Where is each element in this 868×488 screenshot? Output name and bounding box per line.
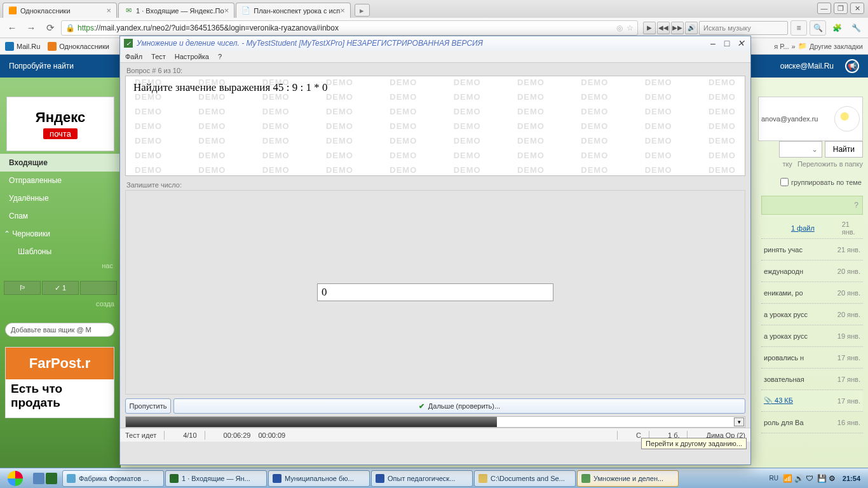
- tray-icon[interactable]: 💾: [817, 474, 826, 483]
- next-button[interactable]: ✔Дальше (проверить)...: [173, 398, 745, 414]
- tray-icon[interactable]: 🔊: [794, 474, 803, 483]
- bookmark-item[interactable]: Mail.Ru: [5, 42, 40, 51]
- tray-icon[interactable]: 📶: [783, 474, 792, 483]
- quick-launch-icon[interactable]: [46, 473, 57, 484]
- extension-icon[interactable]: 🧩: [829, 20, 845, 36]
- ad-brand: FarPost.r: [6, 348, 114, 379]
- folder-sent[interactable]: Отправленные: [0, 172, 121, 189]
- search-icon[interactable]: 🔍: [810, 20, 826, 36]
- folder-inbox[interactable]: Входящие: [0, 154, 121, 172]
- prev-track-icon[interactable]: ◀◀: [657, 22, 670, 34]
- yandex-logo: Яндекс: [36, 109, 85, 126]
- list-item[interactable]: ринять учас21 янв.: [761, 239, 863, 261]
- list-item[interactable]: ировались н17 янв.: [761, 347, 863, 369]
- windows-logo-icon: [8, 471, 23, 486]
- browser-tab[interactable]: ✉ 1 · Входящие — Яндекс.По ×: [118, 3, 234, 18]
- ad-farpost[interactable]: FarPost.r Есть что продать: [5, 347, 114, 418]
- tray-icon[interactable]: ⚙: [829, 474, 837, 483]
- clock[interactable]: 21:54: [840, 475, 863, 482]
- list-item[interactable]: а уроках русс19 янв.: [761, 325, 863, 347]
- window-title-bar[interactable]: ✓ Умножение и деление чисел. - MyTestStu…: [120, 36, 750, 50]
- add-mailbox-button[interactable]: Добавьте ваш ящик @ М: [5, 323, 114, 337]
- taskbar-item[interactable]: Умножение и делен...: [577, 470, 679, 487]
- menu-file[interactable]: Файл: [125, 53, 142, 60]
- bookmark-item[interactable]: Одноклассники: [48, 42, 109, 51]
- flag-button[interactable]: 🏳: [4, 281, 41, 295]
- back-button[interactable]: ←: [4, 20, 20, 36]
- folder-drafts[interactable]: ⌃ Черновики: [0, 225, 121, 243]
- sidebar-buttons: 🏳 ✓ 1: [4, 281, 117, 295]
- answer-input[interactable]: [317, 283, 553, 301]
- banner-mail-link[interactable]: оиске@Mail.Ru: [780, 62, 834, 71]
- list-item[interactable]: роль для Ва16 янв.: [761, 412, 863, 433]
- folder-templates[interactable]: Шаблоны: [0, 243, 121, 261]
- menu-icon[interactable]: ≡: [790, 20, 807, 36]
- next-track-icon[interactable]: ▶▶: [671, 22, 684, 34]
- skip-button[interactable]: Пропустить: [125, 398, 171, 414]
- taskbar-item[interactable]: Муниципальное бю...: [268, 470, 370, 487]
- taskbar-item[interactable]: Фабрика Форматов ...: [62, 470, 164, 487]
- browser-tab[interactable]: 🟧 Одноклассники ×: [3, 3, 117, 18]
- close-icon[interactable]: ×: [106, 6, 111, 15]
- chevron-right-icon[interactable]: »: [792, 43, 796, 50]
- search-button[interactable]: Найти: [825, 141, 863, 158]
- music-search-input[interactable]: Искать музыку: [699, 21, 788, 35]
- list-item[interactable]: 1 файл21 янв.: [761, 217, 863, 239]
- close-icon[interactable]: ✕: [850, 3, 864, 14]
- close-icon[interactable]: ✕: [735, 38, 747, 48]
- start-button[interactable]: [3, 470, 28, 487]
- announce-icon[interactable]: 📢: [845, 59, 859, 73]
- list-item[interactable]: еждународн20 янв.: [761, 261, 863, 282]
- message-list: ? 1 файл21 янв. ринять учас21 янв. еждун…: [761, 196, 863, 433]
- other-bookmarks[interactable]: Другие закладки: [810, 43, 863, 50]
- new-tab-button[interactable]: ▸: [355, 4, 370, 17]
- help-strip[interactable]: ?: [761, 196, 863, 215]
- reload-button[interactable]: ⟳: [42, 20, 58, 36]
- user-card[interactable]: anova@yandex.ru: [758, 97, 863, 141]
- bookmark-star-icon[interactable]: ☆: [627, 24, 634, 32]
- bookmark-icon: [5, 42, 14, 51]
- language-indicator[interactable]: RU: [767, 475, 780, 482]
- group-by-topic-checkbox[interactable]: [780, 178, 789, 186]
- status-progress: 4/10: [183, 431, 196, 439]
- bookmark-overflow[interactable]: я Р...: [774, 43, 789, 50]
- sidebar-hint: нас: [0, 261, 121, 271]
- status-c: С: [636, 431, 641, 439]
- taskbar-item[interactable]: C:\Documents and Se...: [474, 470, 576, 487]
- forward-button[interactable]: →: [23, 20, 39, 36]
- list-item[interactable]: 📎 43 КБ17 янв.: [761, 390, 863, 412]
- minimize-icon[interactable]: –: [707, 38, 719, 48]
- progress-bar[interactable]: ▾: [125, 416, 745, 428]
- empty-button[interactable]: [80, 281, 117, 295]
- translate-icon[interactable]: ◎: [616, 24, 623, 32]
- minimize-icon[interactable]: —: [817, 3, 831, 14]
- lock-icon: 🔒: [65, 24, 75, 32]
- browser-tab[interactable]: 📄 План-конспект урока с исп ×: [236, 3, 351, 18]
- chevron-down-icon[interactable]: ▾: [734, 417, 744, 426]
- move-to-folder-link[interactable]: Переложить в папку: [797, 160, 863, 168]
- address-bar[interactable]: 🔒 https ://mail.yandex.ru/neo2/?uid=3645…: [61, 20, 638, 36]
- taskbar-item[interactable]: 1 · Входящие — Ян...: [165, 470, 267, 487]
- list-item[interactable]: зовательная17 янв.: [761, 369, 863, 390]
- close-icon[interactable]: ×: [340, 6, 345, 15]
- folder-deleted[interactable]: Удалённые: [0, 189, 121, 207]
- menu-settings[interactable]: Настройка: [175, 53, 209, 60]
- banner-text: Попробуйте найти: [9, 62, 74, 71]
- maximize-icon[interactable]: ❐: [834, 3, 848, 14]
- close-icon[interactable]: ×: [224, 6, 229, 15]
- play-icon[interactable]: ▶: [643, 22, 656, 34]
- folder-spam[interactable]: Спам: [0, 207, 121, 225]
- list-item[interactable]: ениками, ро20 янв.: [761, 282, 863, 304]
- list-item[interactable]: а уроках русс20 янв.: [761, 304, 863, 325]
- check-button[interactable]: ✓ 1: [42, 281, 79, 295]
- menu-help[interactable]: ?: [218, 53, 222, 60]
- tray-icon[interactable]: 🛡: [806, 474, 815, 483]
- search-scope-dropdown[interactable]: ⌄: [779, 141, 822, 158]
- maximize-icon[interactable]: □: [721, 38, 733, 48]
- volume-icon[interactable]: 🔊: [685, 22, 698, 34]
- menu-test[interactable]: Тест: [151, 53, 166, 60]
- yandex-logo-card: Яндекс почта: [6, 97, 114, 151]
- taskbar-item[interactable]: Опыт педагогическ...: [371, 470, 473, 487]
- quick-launch-icon[interactable]: [33, 473, 44, 484]
- settings-icon[interactable]: 🔧: [848, 20, 864, 36]
